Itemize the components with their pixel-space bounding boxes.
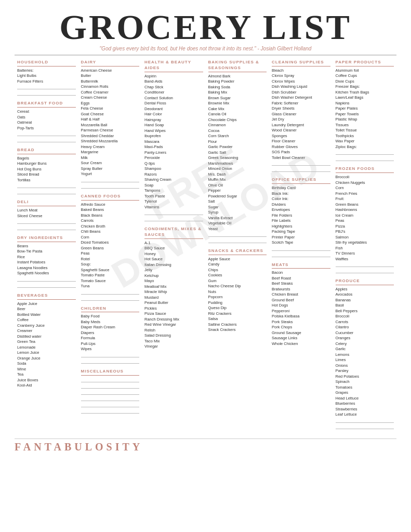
blank-line	[272, 246, 330, 251]
list-item: Shredded Mozzarella	[81, 139, 140, 144]
list-item: Chicken Breast	[272, 292, 330, 298]
list-item: Dental Floss	[144, 101, 203, 107]
blank-line	[17, 189, 76, 194]
list-item: Grapes	[336, 390, 394, 396]
blank-line	[17, 283, 76, 288]
list-item: Miracle Whip	[144, 289, 203, 295]
list-item: Salt	[208, 199, 267, 205]
list-item: Dish Washing Liquid	[272, 84, 330, 90]
list-item: Lunch Meat	[17, 208, 76, 214]
list-item: French Fries	[336, 191, 394, 197]
list-item: Butter	[81, 73, 140, 79]
list-item: Beans	[17, 244, 76, 249]
list-item: Avocados	[336, 292, 394, 298]
list-item: Brown Sugar	[208, 96, 267, 101]
list-item: Diced Tomatoes	[81, 240, 140, 246]
list-item: Salsa	[208, 316, 267, 322]
header: GROCERY LIST "God gives every bird its f…	[15, 9, 396, 56]
blank-line	[336, 418, 394, 423]
list-item: Tooth Paste	[144, 194, 203, 200]
blank-line	[81, 402, 140, 407]
list-item: Ground Sausage	[272, 330, 330, 336]
section-title-0-4: DRY INGREDIENTS	[17, 235, 76, 242]
section-2-0: HEALTH & BEAUTY AIDESAspirinBand-AidsCha…	[144, 60, 203, 221]
list-item: Chicken Nuggets	[336, 180, 394, 186]
list-item: Powdered Sugar	[208, 194, 267, 200]
list-item: Hot Dog Buns	[17, 167, 76, 172]
blank-line	[17, 90, 76, 96]
list-item: Tomato Paste	[81, 273, 140, 278]
list-item: Lemon Juice	[17, 350, 76, 356]
list-item: Instant Potatoes	[17, 260, 76, 265]
section-1-2: CHILDRENBaby FoodBaby MedsDiaper Rash Cr…	[81, 306, 140, 364]
list-item: Wax Paper	[336, 139, 394, 144]
blank-line	[336, 262, 394, 267]
list-item: Celery	[336, 341, 394, 347]
blank-line	[81, 289, 140, 295]
column-5: PAPER PRODUCTSAluminum foilCoffee CupsDi…	[333, 60, 397, 434]
list-item: Snack Crackers	[208, 327, 267, 333]
section-5-1: FROZEN FOODSBroccoliChicken NuggetsCornF…	[336, 166, 394, 273]
section-0-1: BREAKFAST FOODCereal:OatsOatmealPop-Tart…	[17, 101, 76, 142]
list-item: Spinach	[336, 379, 394, 385]
list-item: Beef Roast	[272, 276, 330, 282]
list-item: Black Ink:	[272, 191, 330, 197]
list-item: Ketchup	[144, 273, 203, 279]
list-item: Bottled Water	[17, 312, 76, 318]
list-item: Mrs. Dash	[208, 172, 267, 178]
list-item: Saltine Crackers	[208, 322, 267, 328]
list-item: Peas	[81, 251, 140, 257]
section-title-4-1: OFFICE SUPPLIES	[272, 177, 330, 184]
list-item: Highlighters	[272, 224, 330, 230]
list-item: Pork Chops	[272, 325, 330, 330]
list-item: Bagels	[17, 156, 76, 162]
list-item: Diapers	[81, 330, 140, 336]
list-item: Cream Cheese	[81, 95, 140, 101]
list-item: Tampons	[144, 188, 203, 194]
list-item: Sponges	[272, 134, 330, 139]
list-item: Stir-fry vegetables	[336, 240, 394, 246]
list-item: Leaf Lettuce	[336, 412, 394, 418]
list-item: Cranberry Juice	[17, 323, 76, 329]
column-3: BAKING SUPPLIES & SEASONINGSAlmond BarkB…	[206, 60, 270, 434]
list-item: Polska Kielbasa	[272, 314, 330, 320]
list-item: Almond Bark	[208, 74, 267, 79]
list-item: Oats	[17, 115, 76, 121]
list-item: Garlic	[336, 347, 394, 352]
list-item: Yeast	[208, 227, 267, 232]
section-1-1: CANNED FOODSAlfredo SauceBaked BeansBlac…	[81, 194, 140, 301]
blank-line	[81, 396, 140, 401]
list-item: Chocolate Chips	[208, 117, 267, 123]
blank-line	[208, 238, 267, 243]
list-item: Peanut Butter	[144, 300, 203, 306]
list-item: PBJ's	[336, 229, 394, 235]
columns-wrapper: HOUSEHOLDBatteries:Light BulbsFurnace Fi…	[15, 60, 396, 434]
list-item: Red Wine Vinegar	[144, 322, 203, 328]
list-item: Whole Chicken	[272, 341, 330, 347]
column-4: CLEANING SUPPLIESBleachClorox SprayCloro…	[269, 60, 333, 434]
list-item: Green Beans	[336, 202, 394, 208]
list-item: Fabric Softener	[272, 101, 330, 107]
list-item: Carrots	[336, 320, 394, 325]
list-item: Ibuprofen	[144, 134, 203, 139]
section-3-0: BAKING SUPPLIES & SEASONINGSAlmond BarkB…	[208, 60, 267, 243]
list-item: Mascara	[144, 139, 203, 145]
list-item: Color Ink:	[272, 196, 330, 202]
list-item: Hairspray	[144, 117, 203, 123]
blank-line	[336, 268, 394, 273]
blank-line	[17, 183, 76, 188]
list-item: Pepper	[208, 188, 267, 194]
list-item: Ranch Dressing Mix	[144, 317, 203, 323]
section-title-1-2: CHILDREN	[81, 306, 140, 313]
list-item: Sour Cream	[81, 161, 140, 166]
list-item: Peas	[336, 218, 394, 224]
list-item: Milk	[81, 155, 140, 161]
list-item: Hot Dogs	[272, 303, 330, 309]
list-item: Jelly	[144, 268, 203, 273]
section-5-2: PRODUCEApplesAvocadosBananasBasilBell Pe…	[336, 278, 394, 429]
section-2-1: CONDIMENTS, MIXES & SAUCESA-1BBQ SauceHo…	[144, 227, 203, 350]
list-item: Onions	[336, 363, 394, 369]
list-item: Napkins	[336, 101, 394, 107]
list-item: Sliced Cheese	[17, 214, 76, 219]
list-item: Cereal:	[17, 109, 76, 115]
